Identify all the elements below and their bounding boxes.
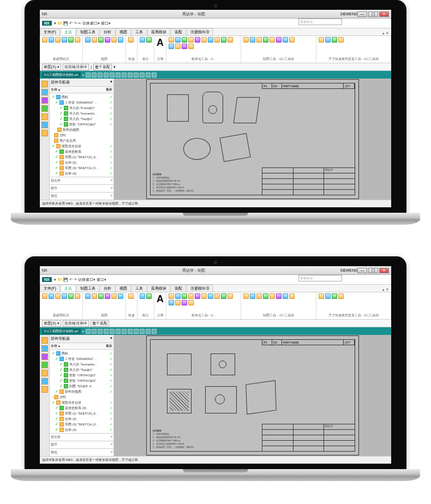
nx-logo[interactable]: NX <box>42 277 52 282</box>
tool-icon[interactable] <box>42 293 47 299</box>
tool-icon[interactable] <box>111 37 117 43</box>
nav-icon[interactable] <box>41 89 48 95</box>
tree-row[interactable]: ✓基准坐标系✓ <box>51 149 112 154</box>
tool-icon[interactable] <box>92 293 97 299</box>
nav-icon[interactable] <box>41 386 48 393</box>
tool-icon[interactable] <box>175 37 181 43</box>
menu-item[interactable]: ↷ <box>74 21 77 26</box>
tree-row[interactable]: ✓部件的视图✓ <box>51 389 112 394</box>
tab[interactable]: 视图 <box>116 285 131 292</box>
drawing-canvas[interactable]: PC NO PART NAME QTY 技术要求 1、去除毛刺锐边。 2、调质处… <box>114 79 391 200</box>
tab[interactable]: 工具 <box>131 28 147 35</box>
tool-icon[interactable] <box>182 37 187 43</box>
feat-icon[interactable] <box>146 329 151 334</box>
nav-icon[interactable] <box>41 337 48 344</box>
tool-icon[interactable] <box>75 293 80 299</box>
tool-icon[interactable] <box>188 37 194 43</box>
tree-row[interactable]: ✓拉伸 (4)✓ <box>51 427 112 433</box>
nav-icon[interactable] <box>41 130 48 136</box>
tool-icon[interactable] <box>214 293 220 299</box>
tool-icon[interactable] <box>42 37 47 43</box>
feat-icon[interactable] <box>116 329 121 334</box>
minimize-button[interactable]: — <box>357 268 367 273</box>
tab[interactable]: 应用模块 <box>147 28 170 35</box>
feat-icon[interactable] <box>92 73 97 77</box>
tree-row[interactable]: ✓工作表 "DRAWING" ...✓ <box>51 356 112 362</box>
tool-icon[interactable] <box>338 37 344 43</box>
tree-row[interactable]: ✓导入的 "Top@1"✓ <box>51 116 112 122</box>
nav-icon[interactable] <box>41 353 48 360</box>
menu-item[interactable]: 📁 <box>57 278 62 282</box>
tab[interactable]: 注塑模向导 <box>187 28 213 35</box>
feat-icon[interactable] <box>116 73 121 77</box>
feat-icon[interactable] <box>134 329 139 334</box>
tree-row[interactable]: ✓图纸✓ <box>51 94 112 100</box>
tree-row[interactable]: ✓剖面 "SX@5" A✓ <box>51 383 112 389</box>
tool-icon[interactable] <box>263 293 268 299</box>
assembly-select[interactable]: 整个装配 <box>91 320 109 327</box>
col-name[interactable]: 名称 ▴ <box>51 344 60 349</box>
close-tab-icon[interactable]: ✕ <box>82 329 85 333</box>
menu-item-sketch[interactable]: 切换窗口▾ <box>82 21 100 26</box>
tool-icon[interactable] <box>111 293 117 299</box>
tool-icon[interactable] <box>49 37 54 43</box>
tree-row[interactable]: ✓导入的 "Isometric...✓ <box>51 111 112 116</box>
tree-row[interactable]: ✓拉伸 (4)✓ <box>51 171 112 176</box>
tree-row[interactable]: ✓模型历史记录✓ <box>51 400 112 405</box>
feat-icon[interactable] <box>134 73 139 77</box>
tool-icon[interactable] <box>325 293 331 299</box>
tab[interactable]: 装配 <box>171 28 186 35</box>
tool-icon[interactable] <box>175 293 181 299</box>
menu-item[interactable]: 💾 <box>63 278 68 282</box>
tree-row[interactable]: ✓草图 (3) "SKETCH_0...✓ <box>51 422 112 427</box>
tab[interactable]: 工具 <box>131 285 147 292</box>
feat-icon[interactable] <box>104 329 109 334</box>
tab-home[interactable]: 主页 <box>61 285 76 292</box>
close-tab-icon[interactable]: ✕ <box>82 73 85 77</box>
tree-section[interactable]: 相关性 v <box>50 433 113 441</box>
feat-icon[interactable] <box>122 329 127 334</box>
tool-icon[interactable] <box>182 293 187 299</box>
filter-select[interactable]: 仅在绘注画中 <box>63 320 89 327</box>
tool-icon[interactable] <box>182 300 187 305</box>
tool-icon[interactable] <box>188 300 194 305</box>
feat-icon[interactable] <box>146 73 151 77</box>
col-latest[interactable]: 最新 <box>106 344 112 349</box>
feat-icon[interactable] <box>98 73 103 77</box>
tab[interactable]: 注塑模向导 <box>187 285 213 292</box>
tab[interactable]: 视图 <box>116 28 131 35</box>
tool-icon[interactable] <box>68 293 74 299</box>
menu-item[interactable]: 📁 <box>57 21 62 26</box>
tree-body[interactable]: ✓图纸✓✓工作表 "DRAWING" ...✓✓导入的 "Front@1"✓✓导… <box>50 93 113 177</box>
tab[interactable]: 装配 <box>171 285 186 292</box>
tab-file[interactable]: 文件(F) <box>40 285 60 292</box>
assembly-select[interactable]: 整个装配 <box>93 64 112 70</box>
tool-icon[interactable] <box>62 293 67 299</box>
tool-icon[interactable] <box>175 44 181 49</box>
tool-icon[interactable] <box>289 293 295 299</box>
tool-icon[interactable] <box>250 37 255 43</box>
tool-icon[interactable] <box>243 37 249 43</box>
tool-icon[interactable] <box>169 300 174 305</box>
sketch-select[interactable]: 草图(S) ▾ <box>42 320 61 327</box>
tool-icon[interactable] <box>68 37 74 43</box>
tool-icon[interactable] <box>289 37 295 43</box>
feat-icon[interactable] <box>128 329 133 334</box>
tool-icon[interactable] <box>256 293 262 299</box>
tool-icon[interactable] <box>98 37 104 43</box>
tab-file[interactable]: 文件(F) <box>40 28 60 35</box>
tree-row[interactable]: ✓工作表 "DRAWING" ...✓ <box>51 100 112 105</box>
menu-item[interactable]: ▾ <box>54 278 56 282</box>
tool-icon[interactable] <box>228 37 233 43</box>
feat-icon[interactable] <box>140 329 145 334</box>
menu-item[interactable]: 💾 <box>63 21 68 26</box>
feat-icon[interactable] <box>128 73 133 77</box>
tool-icon[interactable] <box>270 293 275 299</box>
tool-icon[interactable] <box>214 37 220 43</box>
menu-item[interactable]: ↷ <box>74 278 77 282</box>
tool-icon[interactable] <box>118 37 123 43</box>
tool-icon[interactable] <box>256 37 262 43</box>
tool-icon[interactable] <box>118 293 123 299</box>
menu-item-window[interactable]: 窗口▾ <box>101 21 111 26</box>
nav-icon[interactable] <box>41 97 48 104</box>
